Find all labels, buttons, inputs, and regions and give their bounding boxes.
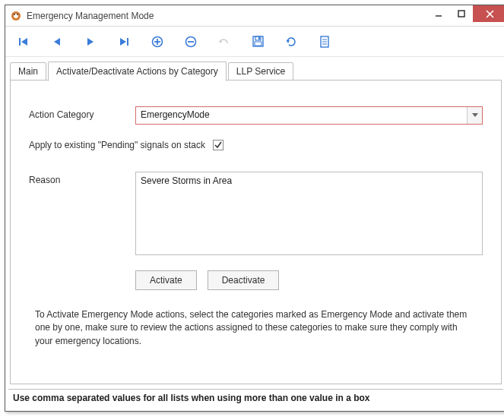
- svg-rect-23: [255, 42, 262, 46]
- pending-signals-checkbox[interactable]: [213, 140, 223, 150]
- remove-icon[interactable]: [183, 34, 198, 49]
- tab-llp-service[interactable]: LLP Service: [228, 62, 293, 81]
- undo-icon[interactable]: [217, 34, 232, 49]
- minimize-button[interactable]: [427, 5, 450, 22]
- maximize-button[interactable]: [450, 5, 473, 22]
- svg-point-3: [17, 14, 18, 15]
- svg-marker-12: [120, 38, 126, 46]
- chevron-down-icon[interactable]: [467, 107, 482, 124]
- reason-label: Reason: [29, 172, 135, 185]
- reason-textarea[interactable]: Severe Storms in Area: [135, 172, 483, 255]
- close-button[interactable]: [473, 5, 504, 22]
- action-category-combo[interactable]: EmergencyMode: [135, 106, 483, 125]
- save-icon[interactable]: [250, 34, 265, 49]
- tab-activate-deactivate[interactable]: Activate/Deactivate Actions by Category: [48, 62, 227, 81]
- deactivate-button[interactable]: Deactivate: [208, 270, 280, 290]
- svg-rect-5: [458, 11, 464, 17]
- svg-point-2: [14, 14, 15, 15]
- svg-rect-13: [127, 38, 128, 46]
- titlebar: Emergency Management Mode: [5, 5, 504, 27]
- toolbar: [5, 27, 504, 57]
- next-record-icon[interactable]: [83, 34, 98, 49]
- pending-signals-label: Apply to existing "Pending" signals on s…: [29, 140, 205, 150]
- action-category-label: Action Category: [29, 106, 135, 120]
- activate-button[interactable]: Activate: [135, 270, 197, 290]
- svg-marker-10: [54, 38, 60, 46]
- app-icon: [10, 10, 22, 22]
- window-title: Emergency Management Mode: [27, 11, 427, 21]
- instructions-text: To Activate Emergency Mode actions, sele…: [29, 308, 483, 348]
- tab-panel-activate: Action Category EmergencyMode Apply to e…: [10, 81, 502, 384]
- action-category-value: EmergencyMode: [136, 107, 467, 124]
- add-icon[interactable]: [150, 34, 165, 49]
- tab-bar: Main Activate/Deactivate Actions by Cate…: [5, 57, 504, 81]
- last-record-icon[interactable]: [116, 34, 132, 49]
- svg-rect-22: [258, 37, 260, 39]
- svg-marker-11: [87, 38, 94, 46]
- document-icon[interactable]: [317, 34, 332, 49]
- prev-record-icon[interactable]: [49, 34, 65, 49]
- emergency-management-window: Emergency Management Mode: [5, 5, 504, 412]
- status-bar: Use comma separated values for all lists…: [8, 389, 503, 408]
- first-record-icon[interactable]: [16, 34, 31, 49]
- refresh-icon[interactable]: [284, 34, 299, 49]
- tab-main[interactable]: Main: [10, 62, 46, 81]
- svg-marker-29: [472, 113, 478, 117]
- svg-marker-9: [21, 38, 27, 46]
- svg-rect-8: [19, 38, 21, 46]
